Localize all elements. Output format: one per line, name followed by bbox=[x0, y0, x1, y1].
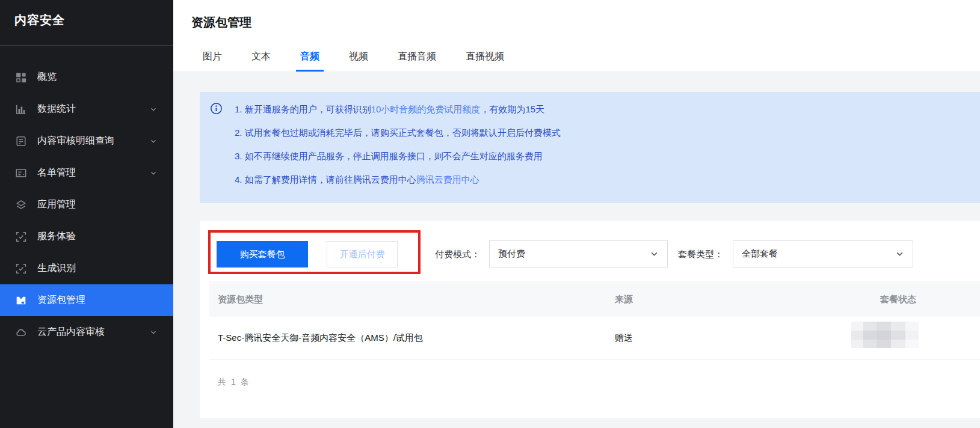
notice-text: 3. 如不再继续使用产品服务，停止调用服务接口，则不会产生对应的服务费用 bbox=[235, 151, 543, 161]
tab-live-audio[interactable]: 直播音频 bbox=[398, 50, 436, 72]
layers-icon bbox=[16, 200, 26, 210]
sidebar-item-label: 应用管理 bbox=[37, 198, 158, 211]
sidebar-item-label: 云产品内容审核 bbox=[37, 326, 149, 338]
page-header: 资源包管理 图片 文本 音频 视频 直播音频 直播视频 bbox=[173, 0, 980, 72]
sidebar-item-resource-packages[interactable]: 资源包管理 bbox=[0, 284, 173, 316]
notice-banner: 1. 新开通服务的用户，可获得识别10小时音频的免费试用额度，有效期为15天 2… bbox=[200, 92, 980, 203]
pay-mode-value: 预付费 bbox=[498, 248, 645, 260]
resource-package-card: 购买套餐包 开通后付费 付费模式： 预付费 套餐类型： 全部套餐 资源包类型 来… bbox=[200, 221, 980, 418]
sidebar-nav: 概览 数据统计 内容审核明细查询 名单管理 bbox=[0, 61, 173, 348]
sidebar-item-label: 数据统计 bbox=[37, 103, 149, 115]
censored-status-mosaic bbox=[851, 322, 919, 348]
sidebar-item-app-management[interactable]: 应用管理 bbox=[0, 189, 173, 221]
chevron-down-icon bbox=[149, 137, 158, 145]
bar-chart-icon bbox=[16, 104, 26, 115]
notice-line: 1. 新开通服务的用户，可获得识别10小时音频的免费试用额度，有效期为15天 bbox=[235, 97, 968, 121]
table-header: 资源包类型 来源 套餐状态 bbox=[209, 281, 980, 317]
notice-text: 1. 新开通服务的用户，可获得识别 bbox=[235, 104, 371, 114]
sidebar-item-data-statistics[interactable]: 数据统计 bbox=[0, 93, 173, 125]
sidebar-item-list-management[interactable]: 名单管理 bbox=[0, 157, 173, 189]
chevron-down-icon bbox=[149, 105, 158, 114]
notice-link[interactable]: 腾讯云费用中心 bbox=[416, 174, 479, 185]
tab-image[interactable]: 图片 bbox=[203, 50, 222, 72]
sidebar-item-generation-recognition[interactable]: 生成识别 bbox=[0, 252, 173, 284]
notice-line: 4. 如需了解费用详情，请前往腾讯云费用中心腾讯云费用中心 bbox=[235, 168, 968, 191]
notice-line: 3. 如不再继续使用产品服务，停止调用服务接口，则不会产生对应的服务费用 bbox=[235, 144, 968, 168]
package-type-value: 全部套餐 bbox=[742, 248, 890, 260]
notice-lines: 1. 新开通服务的用户，可获得识别10小时音频的免费试用额度，有效期为15天 2… bbox=[235, 97, 968, 191]
notice-text: 4. 如需了解费用详情，请前往腾讯云费用中心 bbox=[235, 174, 416, 185]
column-header-status: 套餐状态 bbox=[880, 293, 916, 305]
sidebar-item-service-experience[interactable]: 服务体验 bbox=[0, 221, 173, 252]
chevron-down-icon bbox=[895, 249, 904, 258]
tab-bar: 图片 文本 音频 视频 直播音频 直播视频 bbox=[203, 50, 504, 72]
postpaid-button[interactable]: 开通后付费 bbox=[327, 241, 398, 268]
package-type-label: 套餐类型： bbox=[678, 241, 723, 268]
document-icon bbox=[16, 136, 26, 147]
sidebar-item-label: 资源包管理 bbox=[37, 294, 158, 307]
sidebar-divider bbox=[0, 45, 173, 46]
sidebar-item-label: 概览 bbox=[37, 71, 158, 84]
main-content: 资源包管理 图片 文本 音频 视频 直播音频 直播视频 1. 新开通服务的用户，… bbox=[173, 0, 980, 428]
sidebar-item-cloud-product-review[interactable]: 云产品内容审核 bbox=[0, 316, 173, 348]
sidebar-title: 内容安全 bbox=[14, 12, 65, 28]
cell-package-type: T-Sec-腾讯安全天御-音频内容安全（AMS）/试用包 bbox=[218, 332, 423, 344]
chevron-down-icon bbox=[149, 169, 158, 177]
page-body: 1. 新开通服务的用户，可获得识别10小时音频的免费试用额度，有效期为15天 2… bbox=[173, 72, 980, 428]
info-icon bbox=[210, 102, 223, 115]
package-type-select[interactable]: 全部套餐 bbox=[733, 240, 913, 268]
package-icon bbox=[16, 295, 26, 306]
column-header-package-type: 资源包类型 bbox=[218, 293, 263, 305]
sidebar-item-label: 服务体验 bbox=[37, 230, 158, 243]
page-title: 资源包管理 bbox=[191, 14, 251, 31]
grid-overview-icon bbox=[16, 72, 26, 83]
column-header-source: 来源 bbox=[615, 293, 633, 305]
sidebar-item-overview[interactable]: 概览 bbox=[0, 61, 173, 93]
tab-video[interactable]: 视频 bbox=[349, 50, 368, 72]
notice-line: 2. 试用套餐包过期或消耗完毕后，请购买正式套餐包，否则将默认开启后付费模式 bbox=[235, 121, 968, 144]
notice-link[interactable]: 10小时音频的免费试用额度 bbox=[371, 104, 481, 114]
sidebar-item-review-detail-query[interactable]: 内容审核明细查询 bbox=[0, 125, 173, 157]
chevron-down-icon bbox=[149, 328, 158, 337]
scan-check-icon bbox=[16, 231, 26, 242]
sidebar-item-label: 内容审核明细查询 bbox=[37, 135, 149, 147]
sidebar: 内容安全 概览 数据统计 内容审核明细查询 bbox=[0, 0, 173, 428]
pay-mode-select[interactable]: 预付费 bbox=[489, 240, 668, 268]
scan-check-icon bbox=[16, 263, 26, 274]
tab-audio[interactable]: 音频 bbox=[296, 50, 324, 72]
notice-text: ，有效期为15天 bbox=[480, 104, 544, 114]
sidebar-item-label: 生成识别 bbox=[37, 262, 158, 275]
sidebar-item-label: 名单管理 bbox=[37, 167, 149, 179]
tab-text[interactable]: 文本 bbox=[251, 50, 271, 72]
table-total-count: 共 1 条 bbox=[218, 377, 250, 388]
table-row: T-Sec-腾讯安全天御-音频内容安全（AMS）/试用包 赠送 bbox=[209, 317, 980, 359]
tab-live-video[interactable]: 直播视频 bbox=[466, 50, 504, 72]
cloud-icon bbox=[16, 327, 26, 338]
buy-package-button[interactable]: 购买套餐包 bbox=[217, 241, 308, 268]
notice-text: 2. 试用套餐包过期或消耗完毕后，请购买正式套餐包，否则将默认开启后付费模式 bbox=[235, 127, 561, 138]
chevron-down-icon bbox=[650, 249, 659, 258]
list-card-icon bbox=[16, 168, 26, 179]
cell-source: 赠送 bbox=[615, 332, 633, 344]
pay-mode-label: 付费模式： bbox=[435, 241, 480, 268]
